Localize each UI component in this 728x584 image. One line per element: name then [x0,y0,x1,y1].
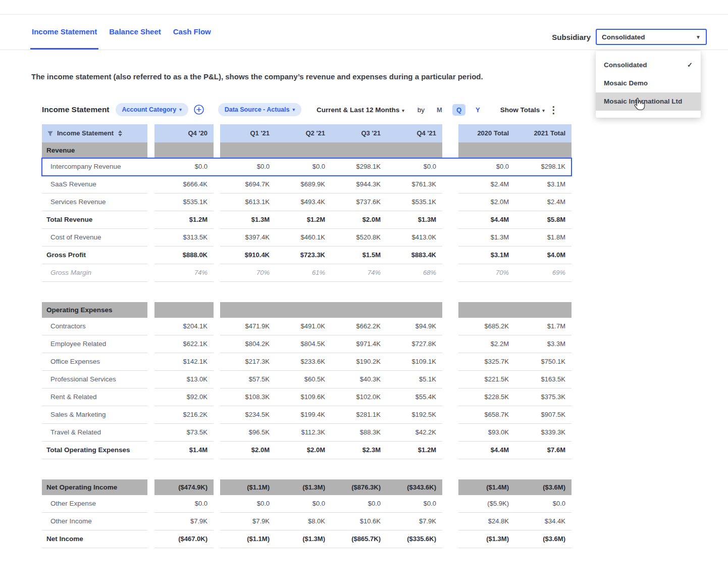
table-row[interactable]: Total Revenue$1.2M$1.3M$1.2M$2.0M$1.3M$4… [42,211,571,229]
table-row[interactable]: Net Operating Income($474.9K)($1.1M)($1.… [42,479,571,495]
table-row[interactable]: Rent & Related$92.0K$108.3K$109.6K$102.0… [42,388,571,406]
table-row[interactable]: Operating Expenses [42,302,571,318]
cell: $685.2K [458,318,515,335]
cell: $325.7K [458,353,515,371]
cell [154,302,214,318]
segment-year-totals: $3.1M$4.0M [458,247,571,264]
table-row[interactable]: Other Expense$0.0$0.0$0.0$0.0$0.0($5.9K)… [42,495,571,513]
cell: ($343.6K) [387,479,442,495]
granularity-year-button[interactable]: Y [472,104,484,116]
cell: $1.3M [220,211,276,229]
cell: $192.5K [387,406,442,424]
table-row[interactable]: Contractors$204.1K$471.9K$491.0K$662.2K$… [42,318,571,335]
subsidiary-select[interactable]: Consolidated ▼ [596,29,707,45]
header-col[interactable]: Q4 '20 [154,124,214,142]
report-toolbar: Income Statement Account Category ▾ Data… [42,103,571,116]
income-statement-table: Income Statement Q4 '20 Q1 '21 Q2 '21 Q3… [42,124,571,548]
more-options-icon[interactable]: ⋮ [549,104,558,116]
header-col[interactable]: Q2 '21 [276,124,331,142]
cell: $190.2K [331,353,387,371]
tab-cash-flow[interactable]: Cash Flow [172,15,213,50]
cell: $907.5K [515,406,571,424]
period-selector[interactable]: Current & Last 12 Months▾ [317,106,404,114]
row-label: Travel & Related [42,424,147,442]
cell: $96.5K [220,424,276,442]
cell: $723.3K [276,247,331,264]
cell: $1.8M [515,229,571,247]
segment-2021-quarters: $1.3M$1.2M$2.0M$1.3M [220,211,442,229]
segment-q4-20: $0.0 [154,158,214,176]
cell: $108.3K [220,388,276,406]
table-row[interactable]: Sales & Marketing$216.2K$234.5K$199.4K$2… [42,406,571,424]
table-row[interactable]: Gross Margin74%70%61%74%68%70%69% [42,264,571,282]
cell [458,142,515,158]
cell: ($474.9K) [154,479,214,495]
data-source-filter[interactable]: Data Source - Actuals ▾ [218,103,301,116]
cell: $2.0M [220,442,276,459]
menu-item-consolidated[interactable]: Consolidated ✓ [596,56,701,74]
cell: $0.0 [220,158,276,176]
cell: $804.5K [276,335,331,353]
table-header-row: Income Statement Q4 '20 Q1 '21 Q2 '21 Q3… [42,124,571,142]
granularity-quarter-button[interactable]: Q [452,104,465,116]
cell: $228.5K [458,388,515,406]
table-row[interactable]: Revenue [42,142,571,158]
table-row[interactable]: Office Expenses$142.1K$217.3K$233.6K$190… [42,353,571,371]
header-col[interactable]: 2020 Total [458,124,515,142]
table-row[interactable]: Other Income$7.9K$7.9K$8.0K$10.6K$7.9K$2… [42,513,571,530]
row-label: Contractors [42,318,147,335]
subsidiary-label: Subsidiary [552,33,591,41]
table-row[interactable]: Services Revenue$535.1K$613.1K$493.4K$73… [42,193,571,211]
show-totals-selector[interactable]: Show Totals▾ [500,106,545,114]
table-row[interactable]: SaaS Revenue$666.4K$694.7K$689.9K$944.3K… [42,176,571,193]
header-col[interactable]: Q4 '21 [387,124,442,142]
cell: $0.0 [154,158,214,176]
cell: $73.5K [154,424,214,442]
cell: $339.3K [515,424,571,442]
cell: $0.0 [458,158,515,176]
tab-income-statement[interactable]: Income Statement [30,15,98,50]
segment-year-totals: $658.7K$907.5K [458,406,571,424]
cell: $2.4M [458,176,515,193]
cell [331,302,387,318]
segment-year-totals: $228.5K$375.3K [458,388,571,406]
table-row[interactable]: Cost of Revenue$313.5K$397.4K$460.1K$520… [42,229,571,247]
table-row[interactable]: Total Operating Expenses$1.4M$2.0M$2.0M$… [42,442,571,459]
cell: ($467.0K) [154,530,214,548]
cell: $971.4K [331,335,387,353]
table-row[interactable]: Intercompany Revenue$0.0$0.0$0.0$298.1K$… [42,158,571,176]
sort-icon[interactable] [118,130,122,136]
table-row[interactable]: Professional Services$13.0K$57.5K$60.5K$… [42,371,571,388]
cell: $3.1M [515,176,571,193]
header-col[interactable]: Q3 '21 [331,124,387,142]
cell: $217.3K [220,353,276,371]
segment-2021-quarters: $96.5K$112.3K$88.3K$42.2K [220,424,442,442]
tab-balance-sheet[interactable]: Balance Sheet [108,15,163,50]
add-filter-button[interactable] [193,104,205,116]
segment-year-totals: ($5.9K)$0.0 [458,495,571,513]
account-category-filter[interactable]: Account Category ▾ [116,103,188,116]
menu-item-mosaic-demo[interactable]: Mosaic Demo [596,74,701,92]
cell [154,142,214,158]
cell: $662.2K [331,318,387,335]
cell: $40.3K [331,371,387,388]
row-label: Other Expense [42,495,147,513]
row-label: Sales & Marketing [42,406,147,424]
cell: $24.8K [458,513,515,530]
chevron-down-icon: ▼ [696,34,701,40]
table-row[interactable]: Employee Related$622.1K$804.2K$804.5K$97… [42,335,571,353]
header-col[interactable]: 2021 Total [515,124,571,142]
menu-item-mosaic-international-ltd[interactable]: Mosaic International Ltd [596,92,701,111]
granularity-month-button[interactable]: M [433,104,446,116]
segment-2021-quarters: $2.0M$2.0M$2.3M$1.2M [220,442,442,459]
row-label: Total Revenue [42,211,147,229]
header-label-cell[interactable]: Income Statement [42,124,147,142]
menu-item-label: Consolidated [604,56,647,74]
cell: $0.0 [154,495,214,513]
table-row[interactable]: Travel & Related$73.5K$96.5K$112.3K$88.3… [42,424,571,442]
header-col[interactable]: Q1 '21 [220,124,276,142]
table-row[interactable]: Gross Profit$888.0K$910.4K$723.3K$1.5M$8… [42,247,571,264]
cell: $57.5K [220,371,276,388]
chevron-down-icon: ▾ [402,108,404,113]
table-row[interactable]: Net Income($467.0K)($1.1M)($1.3M)($865.7… [42,530,571,548]
